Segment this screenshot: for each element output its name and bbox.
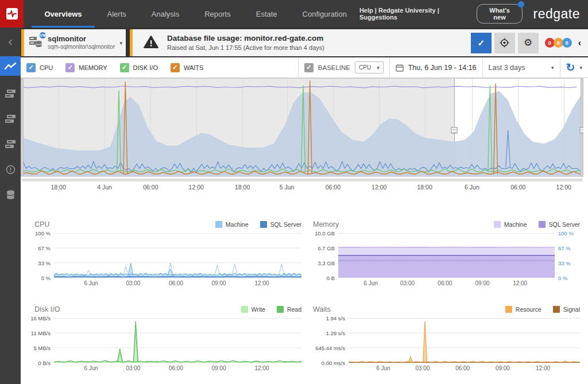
sidebar-item-server-rack-icon[interactable] bbox=[0, 109, 21, 129]
nav-tab-alerts[interactable]: Alerts bbox=[95, 0, 139, 28]
baseline-checkbox[interactable]: ✓ bbox=[304, 63, 314, 72]
timeline-scrollbar[interactable] bbox=[21, 179, 583, 181]
y-axis-labels: 100 %67 %33 %0 % bbox=[34, 233, 54, 278]
graph-toolbar: ✓CPU✓MEMORY✓DISK I/O✓WAITS ✓ BASELINE CP… bbox=[21, 57, 588, 78]
metric-toggle-cpu[interactable]: ✓CPU bbox=[26, 63, 53, 72]
legend-swatch bbox=[277, 306, 284, 313]
legend-swatch bbox=[505, 306, 512, 313]
nav-tab-estate[interactable]: Estate bbox=[243, 0, 290, 28]
chart-legend: ResourceSignal bbox=[505, 306, 580, 313]
nav-tab-reports[interactable]: Reports bbox=[192, 0, 243, 28]
baseline-label: BASELINE bbox=[318, 64, 350, 71]
x-axis-label: 09:00 bbox=[212, 365, 226, 371]
y-axis-labels: 10.0 GB6.7 GB3.3 GB0 B bbox=[313, 233, 338, 278]
memory-chart-body: 10.0 GB6.7 GB3.3 GB0 B100 %67 %33 %0 % bbox=[313, 233, 580, 278]
chart-legend: MachineSQL Server bbox=[494, 221, 580, 228]
chart-legend: MachineSQL Server bbox=[215, 221, 301, 228]
sidebar-item-analysis-graph-icon[interactable] bbox=[0, 56, 21, 76]
y-axis-label: 33 % bbox=[38, 259, 51, 266]
x-axis-label: 03:00 bbox=[126, 365, 140, 371]
nav-tab-overviews[interactable]: Overviews bbox=[32, 0, 94, 28]
legend-item-resource[interactable]: Resource bbox=[505, 306, 541, 313]
legend-item-sql-server[interactable]: SQL Server bbox=[539, 221, 580, 228]
check-icon: ✓ bbox=[477, 38, 485, 48]
baseline-metric-value: CPU bbox=[359, 64, 371, 71]
metric-toggle-waits[interactable]: ✓WAITS bbox=[171, 63, 203, 72]
selection-right-handle[interactable] bbox=[580, 127, 583, 134]
right-y-axis-label: 100 % bbox=[558, 230, 574, 236]
legend-label: SQL Server bbox=[270, 221, 301, 228]
sidebar-item-back-chevron-icon[interactable]: ‹ bbox=[0, 28, 21, 56]
legend-label: Write bbox=[252, 306, 265, 313]
x-axis-labels: 6 Jun03:0006:0009:0012:00 bbox=[54, 363, 301, 373]
y-axis-labels: 16 MB/s11 MB/s5 MB/s0 B/s bbox=[34, 318, 54, 363]
y-axis-label: 11 MB/s bbox=[31, 329, 51, 336]
nav-tab-analysis[interactable]: Analysis bbox=[139, 0, 192, 28]
waits-chart-panel: WaitsResourceSignal1.94 s/s1.29 s/s645.4… bbox=[313, 303, 580, 373]
legend-swatch bbox=[553, 306, 560, 313]
target-icon bbox=[500, 38, 509, 48]
redgate-wordmark: redgate bbox=[533, 6, 580, 22]
timeline-axis-label: 12:00 bbox=[372, 184, 386, 191]
sidebar-item-server-rack-icon[interactable] bbox=[0, 134, 21, 154]
sidebar-item-database-stack-icon[interactable] bbox=[0, 185, 21, 204]
app-root: OverviewsAlertsAnalysisReportsEstateConf… bbox=[0, 0, 588, 384]
metric-toggle-memory[interactable]: ✓MEMORY bbox=[65, 63, 107, 72]
metric-toggle-disk-i-o[interactable]: ✓DISK I/O bbox=[120, 63, 158, 72]
y-axis-label: 6.7 GB bbox=[318, 245, 335, 251]
chart-title: Waits bbox=[313, 305, 331, 313]
x-axis-label: 03:00 bbox=[400, 280, 415, 286]
alert-actions: ✓ ⚙ 000 ‹ bbox=[471, 33, 583, 53]
acknowledge-button[interactable]: ✓ bbox=[471, 33, 492, 53]
x-axis-label: 12:00 bbox=[255, 280, 269, 286]
redgate-logo-icon[interactable] bbox=[0, 0, 24, 28]
context-bar: VM sqlmonitor sqm-sqlmonitor\sqlmonitor … bbox=[21, 28, 588, 57]
collapse-chevron-icon[interactable]: ‹ bbox=[578, 38, 581, 48]
sidebar-item-server-rack-icon[interactable] bbox=[0, 84, 21, 103]
disk-plot bbox=[54, 318, 301, 363]
time-window-select[interactable]: Last 3 days ▾ bbox=[482, 57, 560, 77]
selection-left-handle[interactable] bbox=[451, 127, 457, 134]
help-links[interactable]: Help | Redgate University | Suggestions bbox=[359, 7, 469, 21]
legend-item-sql-server[interactable]: SQL Server bbox=[260, 221, 301, 228]
alert-title: Database file usage: monitor.red-gate.co… bbox=[167, 33, 324, 44]
whats-new-button[interactable]: What's new bbox=[477, 4, 523, 24]
sidebar-item-alert-circle-icon[interactable] bbox=[0, 160, 21, 179]
vm-badge: VM bbox=[38, 31, 47, 40]
chart-legend: WriteRead bbox=[241, 306, 301, 313]
alert-banner[interactable]: Database file usage: monitor.red-gate.co… bbox=[130, 29, 588, 56]
waits-chart-body: 1.94 s/s1.29 s/s645.44 ms/s0.00 ms/s bbox=[313, 318, 580, 363]
cpu-chart-header: CPUMachineSQL Server bbox=[34, 218, 301, 231]
top-nav: OverviewsAlertsAnalysisReportsEstateConf… bbox=[0, 0, 588, 28]
settings-button[interactable]: ⚙ bbox=[518, 33, 539, 53]
y-axis-label: 0 % bbox=[41, 274, 51, 281]
right-y-axis-label: 33 % bbox=[558, 259, 571, 266]
locate-target-button[interactable] bbox=[494, 33, 515, 53]
refresh-icon[interactable]: ↻ bbox=[566, 62, 575, 73]
warning-triangle-icon bbox=[143, 35, 159, 51]
metric-charts-grid: CPUMachineSQL Server100 %67 %33 %0 %6 Ju… bbox=[21, 194, 588, 373]
checkbox-checked-icon: ✓ bbox=[120, 63, 129, 72]
server-name: sqlmonitor bbox=[48, 34, 115, 44]
legend-item-machine[interactable]: Machine bbox=[215, 221, 249, 228]
disk-chart-header: Disk I/OWriteRead bbox=[34, 303, 301, 316]
nav-tab-configuration[interactable]: Configuration bbox=[290, 0, 359, 28]
metric-label: DISK I/O bbox=[133, 64, 158, 71]
timeline-left-edge[interactable] bbox=[21, 79, 24, 176]
legend-item-read[interactable]: Read bbox=[277, 306, 301, 313]
legend-item-machine[interactable]: Machine bbox=[494, 221, 527, 228]
checkbox-checked-icon: ✓ bbox=[26, 63, 36, 72]
baseline-metric-select[interactable]: CPU▾ bbox=[355, 61, 384, 73]
server-instance: sqm-sqlmonitor\sqlmonitor bbox=[48, 44, 115, 51]
legend-swatch bbox=[215, 221, 222, 228]
legend-item-signal[interactable]: Signal bbox=[553, 306, 580, 313]
chevron-down-icon[interactable]: ▾ bbox=[579, 65, 582, 71]
metric-label: CPU bbox=[40, 64, 53, 71]
alert-count-badge-2[interactable]: 0 bbox=[562, 38, 572, 48]
date-range-section[interactable]: Thu, 6 Jun 19 - 14:16 bbox=[389, 57, 482, 77]
y-axis-label: 0 B/s bbox=[38, 359, 51, 366]
server-selector[interactable]: VM sqlmonitor sqm-sqlmonitor\sqlmonitor … bbox=[21, 29, 126, 56]
legend-label: Signal bbox=[563, 306, 580, 313]
legend-item-write[interactable]: Write bbox=[241, 306, 265, 313]
x-axis-label: 6 Jun bbox=[363, 280, 377, 286]
